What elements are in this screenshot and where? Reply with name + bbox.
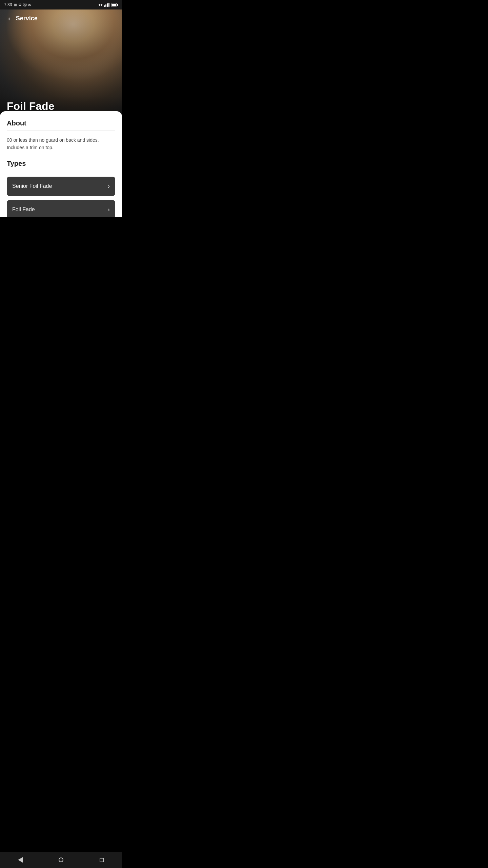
page-title: Service	[16, 15, 38, 22]
battery-icon	[111, 3, 118, 6]
types-section: Types Senior Foil Fade › Foil Fade ›	[7, 160, 115, 217]
gallery-status-icon: ⊞	[14, 3, 17, 7]
hero-section: ‹ Service Foil Fade	[0, 9, 122, 118]
content-card: About 00 or less than no guard on back a…	[0, 111, 122, 217]
type-item-foil-fade[interactable]: Foil Fade ›	[7, 200, 115, 217]
chevron-right-icon: ›	[108, 183, 110, 190]
signal-bars-icon	[104, 3, 110, 7]
a-status-icon: Ⓐ	[23, 2, 27, 7]
status-time: 7:33	[4, 2, 12, 7]
about-description: 00 or less than no guard on back and sid…	[7, 136, 115, 152]
types-divider	[7, 171, 115, 171]
status-icons: ⊞ ⚙ Ⓐ ✉	[14, 2, 31, 7]
mail-status-icon: ✉	[28, 3, 31, 7]
about-title: About	[7, 119, 115, 127]
about-section: About 00 or less than no guard on back a…	[7, 119, 115, 152]
status-bar-left: 7:33 ⊞ ⚙ Ⓐ ✉	[4, 2, 31, 7]
type-item-label: Senior Foil Fade	[12, 183, 52, 189]
types-title: Types	[7, 160, 115, 167]
chevron-right-icon: ›	[108, 206, 110, 213]
back-button[interactable]: ‹	[5, 14, 13, 23]
nav-bar: ‹ Service	[0, 9, 122, 27]
gear-status-icon: ⚙	[18, 3, 22, 7]
service-name-hero: Foil Fade	[7, 100, 54, 113]
wifi-icon: ▾▾	[99, 3, 103, 7]
status-bar-right: ▾▾	[99, 3, 118, 7]
type-item-label: Foil Fade	[12, 206, 35, 213]
type-item-senior-foil-fade[interactable]: Senior Foil Fade ›	[7, 177, 115, 196]
about-divider	[7, 131, 115, 131]
status-bar: 7:33 ⊞ ⚙ Ⓐ ✉ ▾▾	[0, 0, 122, 9]
